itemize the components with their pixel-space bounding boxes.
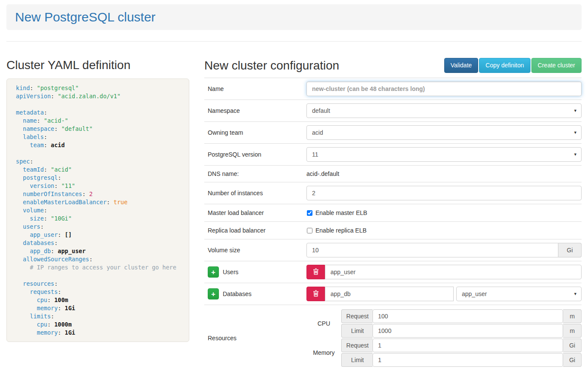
pg-version-label: PostgreSQL version <box>208 151 306 158</box>
copy-definition-button[interactable]: Copy definiton <box>479 58 530 73</box>
user-item <box>306 265 582 279</box>
master-elb-checkbox-text: Enable master ELB <box>315 209 367 216</box>
master-lb-label: Master load balancer <box>208 209 306 216</box>
memory-limit-input[interactable] <box>373 353 564 367</box>
dns-name-value: acid-.default <box>306 169 339 178</box>
databases-label: Databases <box>223 290 252 297</box>
yaml-column: Cluster YAML definition kind: "postgresq… <box>6 58 189 342</box>
cpu-request-addon: Request <box>341 309 373 323</box>
instances-input[interactable] <box>306 186 582 200</box>
owning-team-select-value: acid <box>312 129 323 136</box>
cpu-request-row: Request m <box>341 309 582 323</box>
replica-lb-label: Replica load balancer <box>208 227 306 234</box>
form-row-volume: Volume size Gi <box>204 239 582 261</box>
cluster-name-input[interactable] <box>306 82 582 96</box>
volume-size-input[interactable] <box>306 243 558 257</box>
page-header: New PostgreSQL cluster <box>6 4 582 30</box>
database-owner-select[interactable]: app_user ▼ <box>456 287 582 301</box>
instances-label: Number of instances <box>208 190 306 197</box>
memory-request-input[interactable] <box>373 339 564 352</box>
chevron-down-icon: ▼ <box>573 109 577 113</box>
delete-database-button[interactable] <box>306 287 325 301</box>
form-row-name: Name <box>204 78 582 100</box>
form-row-master-lb: Master load balancer Enable master ELB <box>204 204 582 221</box>
form-row-databases: + Databases <box>204 283 582 305</box>
trash-icon <box>313 290 319 298</box>
form-row-dns-name: DNS name: acid-.default <box>204 165 582 182</box>
trash-icon <box>313 268 319 276</box>
action-buttons: Validate Copy definiton Create cluster <box>444 58 582 73</box>
user-name-input[interactable] <box>325 265 582 279</box>
owning-team-select[interactable]: acid ▼ <box>306 125 582 140</box>
pg-version-select[interactable]: 11 ▼ <box>306 147 582 162</box>
chevron-down-icon: ▼ <box>573 152 577 157</box>
resources-label: Resources <box>208 335 306 342</box>
name-label: Name <box>208 85 306 92</box>
database-item <box>306 287 454 301</box>
create-cluster-button[interactable]: Create cluster <box>531 58 582 73</box>
cpu-limit-unit-addon: m <box>563 324 582 338</box>
yaml-heading: Cluster YAML definition <box>6 58 189 73</box>
memory-request-row: Request Gi <box>341 339 582 352</box>
memory-limit-addon: Limit <box>341 353 373 367</box>
validate-button[interactable]: Validate <box>444 58 479 73</box>
volume-label: Volume size <box>208 247 306 254</box>
memory-resource-group: Memory Request Gi Limit Gi <box>306 339 582 367</box>
chevron-down-icon: ▼ <box>573 130 577 135</box>
config-column: New cluster configuration Validate Copy … <box>204 58 582 371</box>
yaml-code: kind: "postgresql"apiVersion: "acid.zala… <box>16 84 189 337</box>
cluster-yaml-definition: kind: "postgresql"apiVersion: "acid.zala… <box>6 79 189 342</box>
memory-request-unit-addon: Gi <box>563 339 582 352</box>
add-user-button[interactable]: + <box>208 266 219 278</box>
form-row-owning-team: Owning team acid ▼ <box>204 121 582 143</box>
owning-team-label: Owning team <box>208 129 306 136</box>
namespace-label: Namespace <box>208 107 306 114</box>
page-title: New PostgreSQL cluster <box>15 9 573 25</box>
cpu-limit-addon: Limit <box>341 324 373 338</box>
delete-user-button[interactable] <box>306 265 325 279</box>
memory-limit-unit-addon: Gi <box>563 353 582 367</box>
replica-elb-checkbox-label[interactable]: Enable replica ELB <box>306 227 367 234</box>
database-name-input[interactable] <box>325 287 454 301</box>
users-label: Users <box>223 269 239 275</box>
cpu-limit-row: Limit m <box>341 324 582 338</box>
replica-elb-checkbox-text: Enable replica ELB <box>315 227 367 234</box>
form-row-namespace: Namespace default ▼ <box>204 100 582 121</box>
form-row-users: + Users <box>204 261 582 283</box>
form-row-pg-version: PostgreSQL version 11 ▼ <box>204 143 582 165</box>
header-divider <box>6 41 582 42</box>
memory-limit-row: Limit Gi <box>341 353 582 367</box>
pg-version-select-value: 11 <box>312 151 318 158</box>
namespace-select-value: default <box>312 107 330 114</box>
memory-request-addon: Request <box>341 339 373 352</box>
database-owner-select-value: app_user <box>462 290 487 297</box>
add-database-button[interactable]: + <box>208 288 219 299</box>
namespace-select[interactable]: default ▼ <box>306 103 582 118</box>
chevron-down-icon: ▼ <box>573 292 577 296</box>
cpu-group-label: CPU <box>306 320 341 327</box>
cpu-request-input[interactable] <box>373 309 564 323</box>
replica-elb-checkbox[interactable] <box>307 228 312 233</box>
form-row-instances: Number of instances <box>204 182 582 204</box>
form-row-resources: Resources CPU Request m Limit <box>204 305 582 371</box>
cluster-config-form: Name Namespace default ▼ Owning team <box>204 78 582 371</box>
cpu-resource-group: CPU Request m Limit m <box>306 309 582 338</box>
volume-unit-addon: Gi <box>558 243 582 257</box>
cpu-limit-input[interactable] <box>373 324 564 338</box>
cpu-request-unit-addon: m <box>563 309 582 323</box>
memory-group-label: Memory <box>306 349 341 356</box>
dns-name-label: DNS name: <box>208 170 306 177</box>
config-heading: New cluster configuration <box>204 58 339 73</box>
master-elb-checkbox-label[interactable]: Enable master ELB <box>306 209 367 216</box>
master-elb-checkbox[interactable] <box>307 210 312 216</box>
form-row-replica-lb: Replica load balancer Enable replica ELB <box>204 221 582 239</box>
